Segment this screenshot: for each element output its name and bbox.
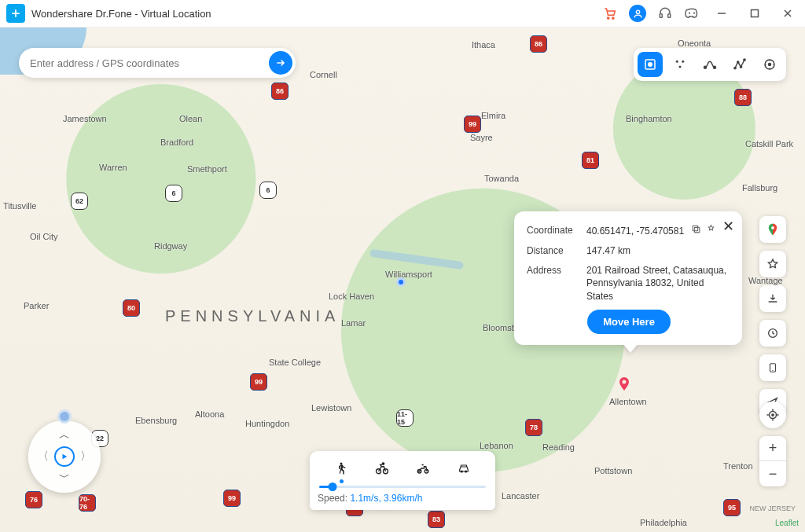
city-label: Ebensburg (135, 416, 177, 425)
zoom-in-button[interactable]: + (759, 436, 786, 461)
mode-onestop-button[interactable] (667, 52, 693, 77)
city-label: Sayre (470, 133, 493, 142)
city-label: Ithaca (472, 40, 495, 50)
google-maps-icon[interactable] (759, 216, 786, 243)
interstate-shield: 86 (530, 35, 547, 53)
svg-point-0 (608, 17, 609, 19)
coord-label: Coordinate (527, 224, 586, 238)
info-close-button[interactable]: ✕ (722, 218, 734, 235)
us-shield: 6 (165, 185, 182, 202)
import-button[interactable] (759, 285, 786, 312)
mode-bike-icon[interactable] (371, 457, 393, 479)
svg-rect-3 (660, 14, 662, 18)
interstate-shield: 99 (464, 116, 481, 133)
svg-point-20 (771, 226, 774, 229)
address-value: 201 Railroad Street, Catasauqua, Pennsyl… (586, 264, 731, 303)
joystick-up[interactable]: ︿ (59, 428, 70, 442)
map-canvas[interactable]: PENNSYLVANIA IthacaOneontaCornellJamesto… (0, 28, 805, 532)
svg-point-14 (734, 67, 736, 68)
app-logo (6, 4, 25, 23)
copy-icon[interactable] (691, 224, 701, 238)
distance-value: 147.47 km (586, 244, 731, 258)
city-label: Lewistown (311, 403, 351, 413)
mode-joystick-button[interactable] (757, 52, 782, 77)
joystick-left[interactable]: 〈 (38, 449, 49, 464)
city-label: Oneonta (678, 39, 711, 48)
mode-toolbar (634, 48, 786, 81)
address-label: Address (527, 264, 586, 303)
city-label: Ridgway (154, 241, 187, 251)
city-label: Lock Haven (329, 292, 374, 301)
joystick-control: ︿ ﹀ 〈 〉 (28, 420, 101, 493)
user-icon[interactable] (629, 5, 646, 22)
new-jersey-label: NEW JERSEY (749, 505, 796, 513)
interstate-shield: 70-76 (79, 494, 96, 512)
leaflet-attribution: Leaflet (775, 519, 799, 527)
svg-point-12 (704, 66, 707, 68)
svg-rect-27 (693, 226, 699, 231)
city-label: Trenton (723, 461, 753, 471)
joystick-down[interactable]: ﹀ (59, 471, 70, 485)
recenter-button[interactable] (759, 402, 786, 428)
city-label: Smethport (187, 164, 227, 174)
svg-point-13 (714, 66, 716, 68)
state-label: PENNSYLVANIA (165, 307, 340, 325)
interstate-shield: 78 (525, 419, 542, 436)
search-bar (19, 48, 296, 78)
city-label: Allentown (609, 397, 647, 406)
interstate-shield: 76 (25, 491, 42, 508)
speed-readout: Speed: 1.1m/s, 3.96km/h (318, 493, 487, 504)
city-label: Altoona (195, 409, 224, 419)
move-here-button[interactable]: Move Here (587, 310, 671, 334)
svg-point-17 (744, 59, 745, 61)
headset-icon[interactable] (657, 6, 673, 21)
us-shield: 62 (71, 193, 88, 210)
mode-multistop-button[interactable] (697, 52, 722, 77)
favorites-button[interactable] (759, 251, 786, 277)
coord-value: 40.651471, -75.470581 (586, 226, 684, 237)
close-button[interactable] (777, 2, 799, 24)
city-label: Philadelphia (640, 518, 687, 527)
joystick-right[interactable]: 〉 (80, 449, 91, 464)
svg-point-31 (382, 463, 384, 464)
favorite-pin-icon[interactable] (706, 224, 716, 238)
speed-slider[interactable] (319, 486, 486, 488)
city-label: Jamestown (63, 114, 107, 123)
mode-walk-icon[interactable] (330, 457, 352, 479)
mode-teleport-button[interactable] (638, 52, 663, 77)
svg-point-1 (612, 17, 614, 19)
svg-point-19 (769, 64, 771, 66)
search-go-button[interactable] (269, 51, 292, 75)
svg-point-8 (649, 63, 652, 67)
zoom-out-button[interactable]: − (759, 461, 786, 486)
mode-jump-button[interactable] (727, 52, 752, 77)
speed-panel: Speed: 1.1m/s, 3.96km/h (310, 451, 495, 510)
us-shield: 6 (259, 182, 277, 199)
mode-car-icon[interactable] (453, 457, 475, 479)
city-label: Cornell (310, 70, 337, 79)
cart-icon[interactable] (602, 6, 618, 21)
joystick-play-button[interactable] (54, 446, 75, 467)
city-label: Catskill Park (745, 139, 793, 149)
search-input[interactable] (30, 57, 269, 69)
joystick-heading-dot[interactable] (57, 409, 72, 424)
city-label: Lebanon (480, 441, 513, 450)
discord-icon[interactable] (684, 6, 700, 21)
city-label: State College (269, 358, 321, 367)
current-location-dot (396, 277, 406, 287)
history-button[interactable] (759, 320, 786, 347)
maximize-button[interactable] (744, 2, 766, 24)
mode-moped-icon[interactable] (412, 457, 434, 479)
interstate-shield: 88 (734, 89, 752, 106)
city-label: Olean (179, 114, 202, 123)
city-label: Lamar (341, 318, 366, 328)
city-label: Reading (542, 442, 575, 452)
city-label: Huntingdon (245, 419, 289, 428)
device-button[interactable] (759, 354, 786, 381)
minimize-button[interactable] (711, 2, 733, 24)
city-label: Warren (99, 163, 127, 172)
zoom-control: + − (759, 436, 786, 486)
us-shield: 11-15 (396, 409, 414, 427)
slider-thumb[interactable] (328, 482, 336, 491)
card-caret (623, 343, 638, 353)
